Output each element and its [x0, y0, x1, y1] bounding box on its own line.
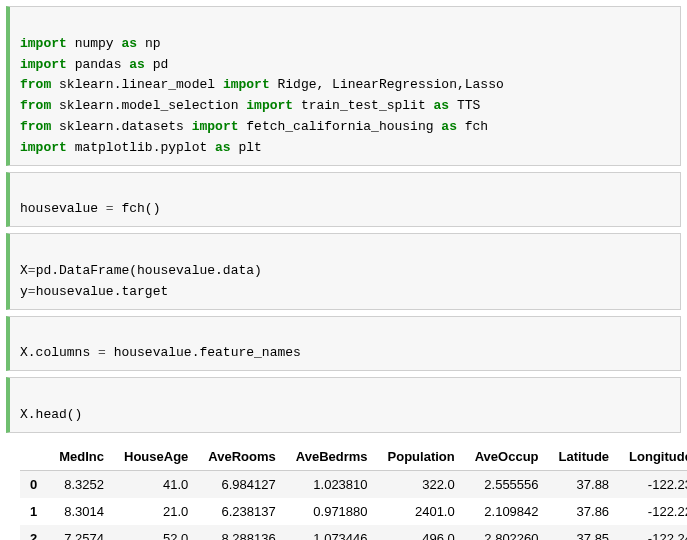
table-head: MedInc HouseAge AveRooms AveBedrms Popul… [20, 443, 687, 471]
var-xcolumns: X.columns [20, 345, 90, 360]
col-header: Latitude [549, 443, 620, 471]
alias-fch: fch [465, 119, 488, 134]
assign: = [28, 263, 36, 278]
cell: 496.0 [378, 525, 465, 540]
cell: 1.023810 [286, 470, 378, 498]
call-head: X.head [20, 407, 67, 422]
imports-ridge: Ridge, LinearRegression,Lasso [278, 77, 504, 92]
cell: 322.0 [378, 470, 465, 498]
keyword-as: as [215, 140, 231, 155]
cell: 0.971880 [286, 498, 378, 525]
module-pandas: pandas [75, 57, 122, 72]
keyword-import: import [20, 36, 67, 51]
rhs-feature-names: housevalue.feature_names [114, 345, 301, 360]
cell: 37.85 [549, 525, 620, 540]
module-pyplot: matplotlib.pyplot [75, 140, 208, 155]
keyword-import: import [223, 77, 270, 92]
import-fch: fetch_california_housing [246, 119, 433, 134]
keyword-from: from [20, 98, 51, 113]
cell: 21.0 [114, 498, 198, 525]
table-row: 0 8.3252 41.0 6.984127 1.023810 322.0 2.… [20, 470, 687, 498]
var-y: y [20, 284, 28, 299]
keyword-as: as [441, 119, 457, 134]
alias-np: np [145, 36, 161, 51]
cell: -122.23 [619, 470, 687, 498]
var-housevalue: housevalue [20, 201, 98, 216]
call-dataframe: pd.DataFrame [36, 263, 130, 278]
code-cell-1: import numpy as np import pandas as pd f… [6, 6, 681, 166]
code-cell-4: X.columns = housevalue.feature_names [6, 316, 681, 372]
cell: 6.984127 [198, 470, 285, 498]
row-index: 1 [20, 498, 49, 525]
module-datasets: sklearn.datasets [59, 119, 184, 134]
keyword-import: import [20, 140, 67, 155]
cell: 2.555556 [465, 470, 549, 498]
module-model-selection: sklearn.model_selection [59, 98, 238, 113]
col-header: AveOccup [465, 443, 549, 471]
module-linear-model: sklearn.linear_model [59, 77, 215, 92]
col-header: HouseAge [114, 443, 198, 471]
parens: () [145, 201, 161, 216]
import-tts: train_test_split [301, 98, 426, 113]
assign: = [98, 201, 121, 216]
row-index: 2 [20, 525, 49, 540]
module-numpy: numpy [75, 36, 114, 51]
cell: 37.86 [549, 498, 620, 525]
output-area: MedInc HouseAge AveRooms AveBedrms Popul… [10, 443, 677, 540]
keyword-import: import [20, 57, 67, 72]
cell: 8.3252 [49, 470, 114, 498]
cell: 52.0 [114, 525, 198, 540]
index-header [20, 443, 49, 471]
parens: () [67, 407, 83, 422]
rhs-target: housevalue.target [36, 284, 169, 299]
assign: = [90, 345, 113, 360]
cell: 8.288136 [198, 525, 285, 540]
keyword-as: as [434, 98, 450, 113]
table-body: 0 8.3252 41.0 6.984127 1.023810 322.0 2.… [20, 470, 687, 540]
cell: 6.238137 [198, 498, 285, 525]
table-row: 2 7.2574 52.0 8.288136 1.073446 496.0 2.… [20, 525, 687, 540]
keyword-as: as [129, 57, 145, 72]
keyword-as: as [121, 36, 137, 51]
alias-pd: pd [153, 57, 169, 72]
var-x: X [20, 263, 28, 278]
col-header: AveBedrms [286, 443, 378, 471]
alias-tts: TTS [457, 98, 480, 113]
col-header: Population [378, 443, 465, 471]
cell: 41.0 [114, 470, 198, 498]
call-fch: fch [121, 201, 144, 216]
col-header: MedInc [49, 443, 114, 471]
keyword-from: from [20, 77, 51, 92]
dataframe-table: MedInc HouseAge AveRooms AveBedrms Popul… [20, 443, 687, 540]
assign: = [28, 284, 36, 299]
cell: -122.22 [619, 498, 687, 525]
cell: 7.2574 [49, 525, 114, 540]
args: (housevalue.data) [129, 263, 262, 278]
row-index: 0 [20, 470, 49, 498]
cell: 2.802260 [465, 525, 549, 540]
cell: 37.88 [549, 470, 620, 498]
keyword-import: import [246, 98, 293, 113]
cell: 8.3014 [49, 498, 114, 525]
code-cell-5: X.head() [6, 377, 681, 433]
cell: 1.073446 [286, 525, 378, 540]
keyword-from: from [20, 119, 51, 134]
col-header: Longitude [619, 443, 687, 471]
cell: 2401.0 [378, 498, 465, 525]
table-row: 1 8.3014 21.0 6.238137 0.971880 2401.0 2… [20, 498, 687, 525]
code-cell-3: X=pd.DataFrame(housevalue.data) y=housev… [6, 233, 681, 309]
col-header: AveRooms [198, 443, 285, 471]
keyword-import: import [192, 119, 239, 134]
cell: 2.109842 [465, 498, 549, 525]
code-cell-2: housevalue = fch() [6, 172, 681, 228]
cell: -122.24 [619, 525, 687, 540]
alias-plt: plt [238, 140, 261, 155]
